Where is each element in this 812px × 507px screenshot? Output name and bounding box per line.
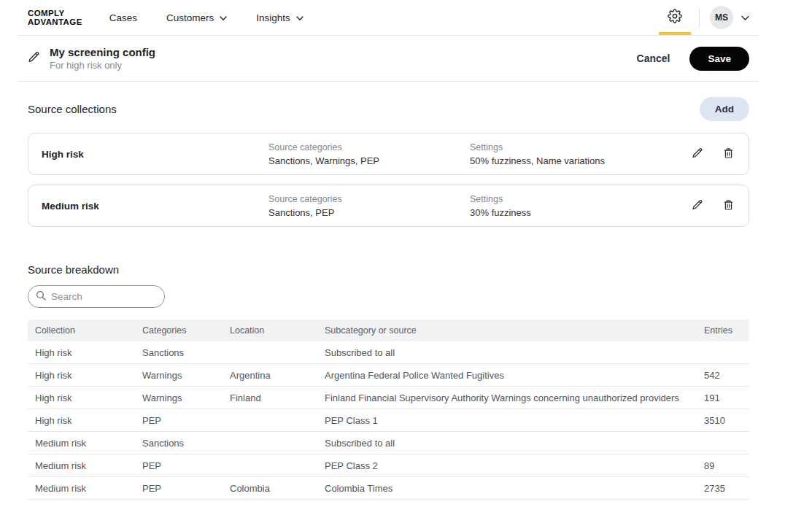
edit-config-name-button[interactable]: [28, 51, 40, 66]
cell-collection: High risk: [28, 347, 135, 358]
settings-label: Settings: [470, 142, 692, 152]
delete-collection-button[interactable]: [723, 147, 734, 161]
trash-icon: [723, 199, 734, 213]
chevron-down-icon: [220, 12, 227, 23]
column-header-collection: Collection: [28, 325, 135, 336]
cell-subcategory: PEP Class 2: [317, 460, 697, 471]
nav-right: MS: [658, 0, 759, 35]
cell-collection: Medium risk: [28, 438, 135, 449]
delete-collection-button[interactable]: [723, 199, 734, 213]
app-container: COMPLY ADVANTAGE Cases Customers Insight…: [18, 0, 759, 500]
column-header-subcategory: Subcategory or source: [317, 325, 697, 336]
complyadvantage-logo[interactable]: COMPLY ADVANTAGE: [28, 9, 82, 26]
chevron-down-icon: [741, 11, 749, 24]
cell-entries: 89: [697, 460, 749, 471]
source-breakdown-section: Source breakdown Collection Categories L…: [18, 263, 759, 500]
nav-item-label: Customers: [166, 12, 214, 23]
nav-item-cases[interactable]: Cases: [109, 12, 137, 23]
cell-location: Colombia: [223, 483, 317, 494]
avatar[interactable]: MS: [710, 6, 733, 29]
cell-categories: PEP: [135, 483, 223, 494]
edit-collection-button[interactable]: [692, 199, 703, 213]
cell-categories: PEP: [135, 460, 223, 471]
cell-collection: High risk: [28, 415, 135, 426]
categories-label: Source categories: [268, 142, 470, 152]
header-actions: Cancel Save: [637, 47, 749, 71]
search-icon: [36, 290, 46, 303]
page-subtitle: For high risk only: [50, 60, 155, 71]
settings-value: 30% fuzziness: [470, 207, 692, 218]
cell-categories: Warnings: [135, 392, 223, 403]
collection-name: Medium risk: [42, 201, 268, 212]
table-header-row: Collection Categories Location Subcatego…: [28, 320, 749, 341]
categories-value: Sanctions, Warnings, PEP: [268, 155, 470, 166]
column-header-location: Location: [223, 325, 317, 336]
cell-entries: 3510: [697, 415, 749, 426]
cell-categories: Sanctions: [135, 438, 223, 449]
trash-icon: [723, 147, 734, 161]
source-breakdown-table: Collection Categories Location Subcatego…: [28, 320, 749, 500]
cell-collection: High risk: [28, 392, 135, 403]
logo-line-2: ADVANTAGE: [28, 18, 82, 26]
cell-location: Argentina: [223, 370, 317, 381]
cell-subcategory: Finland Financial Supervisory Authority …: [317, 392, 697, 403]
add-collection-button[interactable]: Add: [700, 97, 749, 121]
nav-item-insights[interactable]: Insights: [256, 12, 303, 23]
table-row: High risk Warnings Finland Finland Finan…: [28, 387, 749, 409]
pencil-icon: [28, 51, 40, 66]
source-breakdown-heading: Source breakdown: [28, 263, 749, 276]
table-row: High risk PEP PEP Class 1 3510: [28, 409, 749, 432]
cell-categories: PEP: [135, 415, 223, 426]
nav-item-customers[interactable]: Customers: [166, 12, 227, 23]
column-header-categories: Categories: [135, 325, 223, 336]
cell-subcategory: Argentina Federal Police Wanted Fugitive…: [317, 370, 697, 381]
nav-item-label: Cases: [109, 12, 137, 23]
config-title-text: My screening config For high risk only: [50, 46, 155, 71]
cell-subcategory: Subscribed to all: [317, 438, 697, 449]
search-input[interactable]: [51, 291, 157, 302]
cell-entries: 2735: [697, 483, 749, 494]
collection-name: High risk: [42, 149, 268, 160]
cancel-button[interactable]: Cancel: [637, 53, 670, 64]
cell-collection: High risk: [28, 370, 135, 381]
collection-card-medium-risk: Medium risk Source categories Sanctions,…: [28, 185, 749, 227]
cell-subcategory: PEP Class 1: [317, 415, 697, 426]
categories-value: Sanctions, PEP: [268, 207, 470, 218]
cell-collection: Medium risk: [28, 483, 135, 494]
settings-label: Settings: [470, 194, 692, 204]
collection-settings: Settings 50% fuzziness, Name variations: [470, 142, 692, 166]
table-row: High risk Warnings Argentina Argentina F…: [28, 364, 749, 387]
table-row: Medium risk PEP PEP Class 2 89: [28, 454, 749, 477]
pencil-icon: [692, 199, 703, 213]
cell-categories: Warnings: [135, 370, 223, 381]
nav-divider: [699, 9, 700, 27]
cell-subcategory: Colombia Times: [317, 483, 697, 494]
cell-entries: 191: [697, 392, 749, 403]
pencil-icon: [692, 147, 703, 161]
collection-categories: Source categories Sanctions, Warnings, P…: [268, 142, 470, 166]
top-nav: COMPLY ADVANTAGE Cases Customers Insight…: [18, 0, 759, 36]
column-header-entries: Entries: [697, 325, 749, 336]
edit-collection-button[interactable]: [692, 147, 703, 161]
search-box[interactable]: [28, 285, 165, 308]
save-button[interactable]: Save: [689, 47, 749, 71]
card-actions: [692, 199, 734, 213]
collection-settings: Settings 30% fuzziness: [470, 194, 692, 218]
chevron-down-icon: [296, 12, 303, 23]
cell-entries: 542: [697, 370, 749, 381]
cell-location: Finland: [223, 392, 317, 403]
collection-cards: High risk Source categories Sanctions, W…: [28, 133, 749, 227]
nav-items: Cases Customers Insights: [109, 12, 303, 23]
collection-card-high-risk: High risk Source categories Sanctions, W…: [28, 133, 749, 175]
config-title-block: My screening config For high risk only: [28, 46, 155, 71]
page-header: My screening config For high risk only C…: [18, 36, 759, 82]
settings-nav-button[interactable]: [658, 0, 692, 35]
logo-line-1: COMPLY: [28, 9, 82, 18]
table-row: Medium risk Sanctions Subscribed to all: [28, 432, 749, 454]
nav-item-label: Insights: [256, 12, 290, 23]
table-row: High risk Sanctions Subscribed to all: [28, 341, 749, 364]
user-menu-button[interactable]: [741, 11, 749, 24]
source-collections-section: Source collections Add High risk Source …: [18, 97, 759, 227]
categories-label: Source categories: [268, 194, 470, 204]
source-collections-heading: Source collections: [28, 103, 117, 115]
